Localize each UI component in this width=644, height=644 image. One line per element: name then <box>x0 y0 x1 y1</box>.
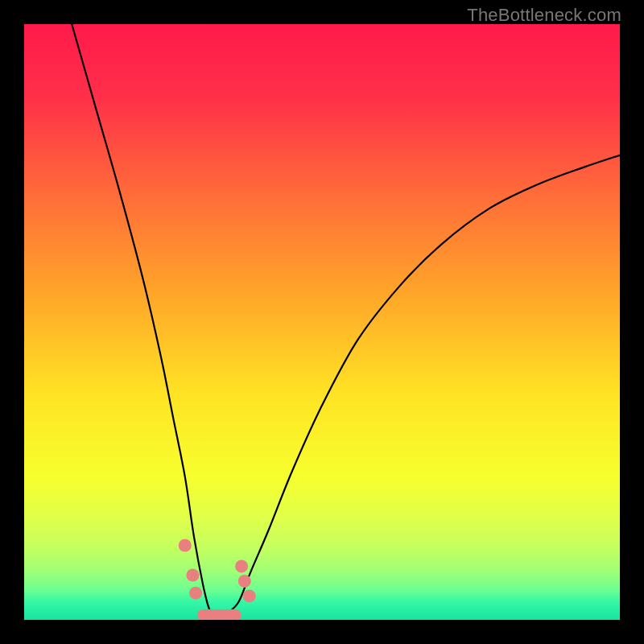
data-marker <box>243 589 256 602</box>
data-marker <box>189 587 202 600</box>
chart-frame: TheBottleneck.com <box>0 0 644 644</box>
bottleneck-curve <box>72 24 620 620</box>
data-markers <box>179 539 256 603</box>
curve-layer <box>24 24 620 620</box>
data-marker <box>179 539 192 552</box>
data-marker <box>238 575 251 588</box>
data-marker <box>186 569 199 582</box>
plot-area <box>24 24 620 620</box>
watermark-text: TheBottleneck.com <box>467 5 621 26</box>
data-marker <box>235 559 248 572</box>
